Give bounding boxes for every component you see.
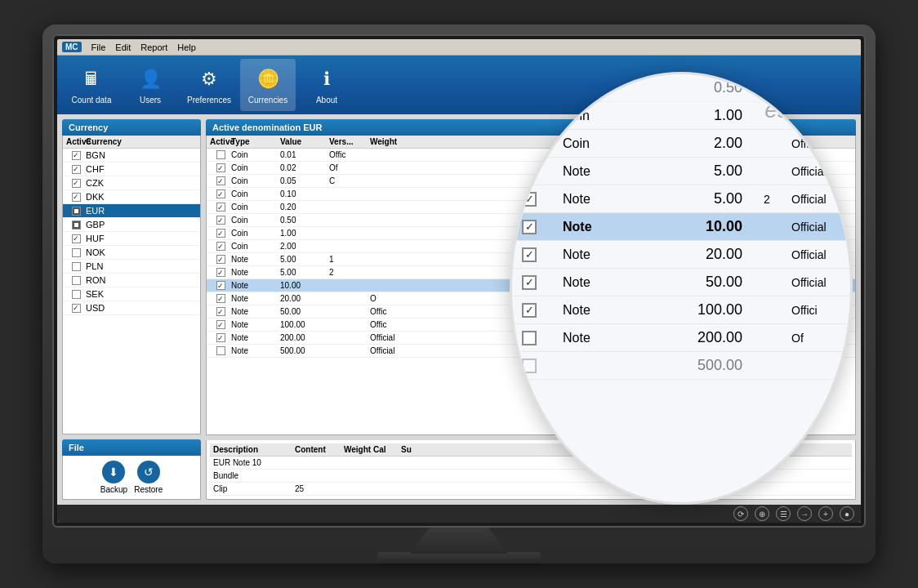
menu-report[interactable]: Report xyxy=(140,42,167,52)
currency-active-cell[interactable] xyxy=(66,151,86,160)
currency-active-cell[interactable] xyxy=(66,220,86,229)
menu-edit[interactable]: Edit xyxy=(115,42,131,52)
currency-row[interactable]: HUF xyxy=(63,232,200,246)
currency-active-cell[interactable] xyxy=(66,234,86,243)
toolbar-count-data[interactable]: 🖩 Count data xyxy=(64,59,119,111)
currency-active-cell[interactable] xyxy=(66,304,86,313)
denom-col-version: Vers... xyxy=(329,137,370,146)
mag-checkbox[interactable] xyxy=(522,303,537,318)
sys-icon-5[interactable]: + xyxy=(818,506,833,521)
denom-checkbox[interactable] xyxy=(216,268,225,277)
denom-checkbox[interactable] xyxy=(216,203,225,212)
currency-active-cell[interactable] xyxy=(66,262,86,271)
monitor-base xyxy=(377,552,541,564)
sys-icon-2[interactable]: ⊕ xyxy=(755,506,769,521)
currency-row[interactable]: CZK xyxy=(63,176,200,190)
currency-row[interactable]: PLN xyxy=(63,260,200,274)
sys-icon-4[interactable]: → xyxy=(797,506,812,521)
mag-row: Note 20.00 Official xyxy=(512,241,850,269)
denom-checkbox[interactable] xyxy=(216,229,225,238)
denom-checkbox[interactable] xyxy=(216,294,225,303)
denom-col-weight: Weight xyxy=(370,137,415,146)
mag-weight: Official xyxy=(791,220,850,234)
toolbar-currencies[interactable]: 🪙 Currencies xyxy=(240,59,296,111)
denom-value: 200.00 xyxy=(280,333,329,342)
currency-row[interactable]: GBP xyxy=(63,218,200,232)
currency-checkbox[interactable] xyxy=(72,248,81,257)
currency-row-eur[interactable]: EUR xyxy=(63,204,200,218)
sys-icon-6[interactable]: ● xyxy=(840,506,854,521)
mag-checkbox[interactable] xyxy=(522,220,537,234)
denom-type: Note xyxy=(231,346,280,355)
currency-checkbox[interactable] xyxy=(72,276,81,285)
backup-label: Backup xyxy=(100,485,127,494)
denom-value: 0.05 xyxy=(280,176,329,185)
count-data-icon: 🖩 xyxy=(78,66,105,92)
monitor: MC File Edit Report Help 🖩 Count data 👤 … xyxy=(42,24,876,564)
sys-icon-1[interactable]: ⟳ xyxy=(733,506,748,521)
denom-checkbox[interactable] xyxy=(216,320,225,329)
currency-active-cell[interactable] xyxy=(66,248,86,257)
currency-checkbox[interactable] xyxy=(72,234,81,243)
currency-checkbox[interactable] xyxy=(72,290,81,299)
restore-label: Restore xyxy=(134,485,163,494)
currency-row[interactable]: DKK xyxy=(63,190,200,204)
currency-checkbox[interactable] xyxy=(72,151,81,160)
currency-row[interactable]: RON xyxy=(63,274,200,287)
currency-active-cell[interactable] xyxy=(66,179,86,188)
col-currency: Currency xyxy=(86,137,197,146)
currency-active-cell[interactable] xyxy=(66,165,86,174)
mag-checkbox[interactable] xyxy=(522,359,537,373)
mag-checkbox[interactable] xyxy=(522,247,537,262)
denom-checkbox[interactable] xyxy=(216,163,225,172)
currency-checkbox[interactable] xyxy=(72,193,81,202)
currency-active-cell[interactable] xyxy=(66,207,86,216)
menu-file[interactable]: File xyxy=(91,42,106,52)
denom-value: 0.01 xyxy=(280,150,329,159)
currency-checkbox[interactable] xyxy=(72,179,81,188)
denom-checkbox[interactable] xyxy=(216,216,225,225)
denom-checkbox[interactable] xyxy=(216,281,225,290)
currency-checkbox[interactable] xyxy=(72,165,81,174)
sys-icon-3[interactable]: ☰ xyxy=(776,506,791,521)
currency-checkbox[interactable] xyxy=(72,262,81,271)
currency-active-cell[interactable] xyxy=(66,290,86,299)
currency-row[interactable]: CHF xyxy=(63,163,200,176)
file-panel-header: File xyxy=(62,439,201,456)
currency-row[interactable]: NOK xyxy=(63,246,200,260)
currency-checkbox[interactable] xyxy=(72,304,81,313)
mag-checkbox[interactable] xyxy=(522,275,537,290)
toolbar-preferences[interactable]: ⚙ Preferences xyxy=(181,59,237,111)
menu-help[interactable]: Help xyxy=(177,42,196,52)
currency-row[interactable]: BGN xyxy=(63,149,200,163)
currency-row[interactable]: SEK xyxy=(63,287,200,301)
denom-checkbox[interactable] xyxy=(216,333,225,342)
mag-checkbox[interactable] xyxy=(522,81,537,96)
currency-checkbox[interactable] xyxy=(72,207,81,216)
denom-checkbox[interactable] xyxy=(216,189,225,198)
denom-checkbox[interactable] xyxy=(216,346,225,355)
denom-checkbox[interactable] xyxy=(216,176,225,185)
mag-checkbox[interactable] xyxy=(522,331,537,345)
denom-checkbox[interactable] xyxy=(216,242,225,251)
mag-weight: Official xyxy=(791,248,850,261)
screen-border: MC File Edit Report Help 🖩 Count data 👤 … xyxy=(52,34,866,528)
backup-button[interactable]: ⬇ Backup xyxy=(100,461,127,494)
toolbar-about[interactable]: ℹ About xyxy=(299,59,354,111)
mag-row: Coin 0.50 xyxy=(512,74,850,102)
toolbar-users[interactable]: 👤 Users xyxy=(123,59,178,111)
denom-checkbox[interactable] xyxy=(216,307,225,316)
denom-weight: O xyxy=(370,294,415,303)
denom-version: C xyxy=(329,176,370,185)
denom-value: 5.00 xyxy=(280,255,329,264)
mag-row: Note 5.00 2 Official xyxy=(512,185,850,213)
currency-row[interactable]: USD xyxy=(63,301,200,315)
currency-active-cell[interactable] xyxy=(66,193,86,202)
desc-content: 25 xyxy=(295,484,344,493)
currency-active-cell[interactable] xyxy=(66,276,86,285)
restore-button[interactable]: ↺ Restore xyxy=(134,461,163,494)
currency-checkbox[interactable] xyxy=(72,220,81,229)
denom-checkbox[interactable] xyxy=(216,255,225,264)
mag-row: Note 200.00 Of xyxy=(512,324,850,352)
denom-checkbox[interactable] xyxy=(216,150,225,159)
